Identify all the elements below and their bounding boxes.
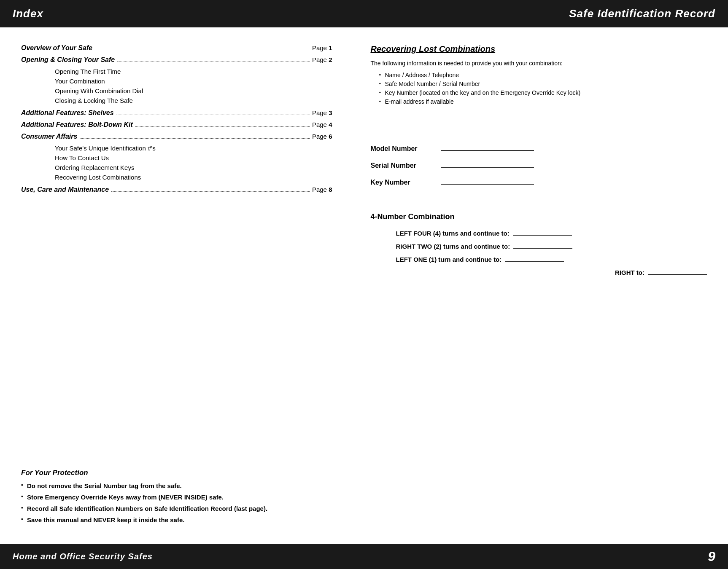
index-page-overview: Page 1 — [312, 44, 332, 51]
protection-title: For Your Protection — [21, 469, 332, 477]
recovering-list: Name / Address / Telephone Safe Model Nu… — [379, 72, 707, 107]
index-dots-bolt — [135, 126, 310, 127]
serial-number-label: Serial Number — [370, 162, 438, 169]
combination-row-3: LEFT ONE (1) turn and continue to: — [370, 256, 707, 263]
page: Index Safe Identification Record Overvie… — [0, 0, 728, 569]
index-label-shelves: Additional Features: Shelves — [21, 109, 114, 117]
index-page-shelves: Page 3 — [312, 109, 332, 116]
index-entry-bolt: Additional Features: Bolt-Down Kit Page … — [21, 121, 332, 129]
index-entry-consumer: Consumer Affairs Page 6 — [21, 133, 332, 140]
serial-number-line — [441, 167, 534, 168]
index-page-use-care: Page 8 — [312, 186, 332, 193]
recovering-title: Recovering Lost Combinations — [370, 44, 707, 54]
index-dots-overview — [95, 50, 310, 50]
combination-section: 4-Number Combination LEFT FOUR (4) turns… — [370, 212, 707, 282]
subitem-your-combination: Your Combination — [55, 78, 332, 85]
index-entry-overview: Overview of Your Safe Page 1 — [21, 44, 332, 52]
model-number-line — [441, 150, 534, 151]
subitem-replacement-keys: Ordering Replacement Keys — [55, 164, 332, 171]
protection-item-2: Store Emergency Override Keys away from … — [21, 493, 332, 502]
recovering-item-3: Key Number (located on the key and on th… — [379, 89, 707, 96]
index-entry-shelves: Additional Features: Shelves Page 3 — [21, 109, 332, 117]
footer-page-number: 9 — [708, 549, 715, 564]
index-label-bolt: Additional Features: Bolt-Down Kit — [21, 121, 133, 129]
combination-row-1: LEFT FOUR (4) turns and continue to: — [370, 230, 707, 237]
footer: Home and Office Security Safes 9 — [0, 544, 728, 569]
combination-line-3 — [505, 261, 564, 262]
protection-item-1: Do not remove the Serial Number tag from… — [21, 481, 332, 490]
index-page-bolt: Page 4 — [312, 121, 332, 128]
key-number-row: Key Number — [370, 179, 707, 186]
subitem-opening-with-dial: Opening With Combination Dial — [55, 87, 332, 94]
index-dots-consumer — [80, 138, 310, 139]
combination-line-2 — [513, 248, 572, 249]
header-left-title: Index — [13, 7, 43, 20]
combination-row-4: RIGHT to: — [370, 269, 707, 276]
protection-item-4: Save this manual and NEVER keep it insid… — [21, 515, 332, 524]
index-label-overview: Overview of Your Safe — [21, 44, 92, 52]
index-subitems-consumer: Your Safe's Unique Identification #'s Ho… — [38, 145, 332, 181]
combination-label-2: RIGHT TWO (2) turns and continue to: — [396, 243, 510, 250]
header-right-title: Safe Identification Record — [569, 7, 715, 20]
footer-title: Home and Office Security Safes — [13, 552, 153, 561]
model-number-row: Model Number — [370, 145, 707, 153]
index-entry-use-care: Use, Care and Maintenance Page 8 — [21, 186, 332, 193]
field-section: Model Number Serial Number Key Number — [370, 145, 707, 196]
subitem-closing-locking: Closing & Locking The Safe — [55, 97, 332, 104]
combination-line-1 — [513, 235, 572, 236]
right-column: Recovering Lost Combinations The followi… — [349, 27, 728, 544]
index-page-opening: Page 2 — [312, 56, 332, 63]
main-content: Overview of Your Safe Page 1 Opening & C… — [0, 27, 728, 544]
recovering-item-4: E-mail address if available — [379, 98, 707, 105]
recovering-item-1: Name / Address / Telephone — [379, 72, 707, 78]
protection-item-3: Record all Safe Identification Numbers o… — [21, 504, 332, 513]
index-dots-use-care — [111, 191, 310, 192]
protection-section: For Your Protection Do not remove the Se… — [21, 456, 332, 527]
index-label-consumer: Consumer Affairs — [21, 133, 77, 140]
left-column: Overview of Your Safe Page 1 Opening & C… — [0, 27, 349, 544]
header: Index Safe Identification Record — [0, 0, 728, 27]
subitem-first-time: Opening The First Time — [55, 68, 332, 75]
index-label-use-care: Use, Care and Maintenance — [21, 186, 109, 193]
index-entry-opening: Opening & Closing Your Safe Page 2 — [21, 56, 332, 64]
index-dots-shelves — [116, 115, 310, 115]
combination-label-1: LEFT FOUR (4) turns and continue to: — [396, 230, 509, 237]
combination-label-3: LEFT ONE (1) turn and continue to: — [396, 256, 502, 263]
index-page-consumer: Page 6 — [312, 133, 332, 140]
recovering-item-2: Safe Model Number / Serial Number — [379, 81, 707, 87]
index-section: Overview of Your Safe Page 1 Opening & C… — [21, 44, 332, 456]
serial-number-row: Serial Number — [370, 162, 707, 169]
index-subitems-opening: Opening The First Time Your Combination … — [38, 68, 332, 104]
subitem-contact-us: How To Contact Us — [55, 154, 332, 161]
key-number-label: Key Number — [370, 179, 438, 186]
subitem-unique-id: Your Safe's Unique Identification #'s — [55, 145, 332, 152]
index-dots-opening — [117, 62, 310, 62]
recovering-desc: The following information is needed to p… — [370, 60, 707, 67]
model-number-label: Model Number — [370, 145, 438, 153]
combination-line-4 — [648, 274, 707, 275]
combination-label-4: RIGHT to: — [615, 269, 644, 276]
key-number-line — [441, 184, 534, 185]
combination-title: 4-Number Combination — [370, 212, 707, 221]
combination-row-2: RIGHT TWO (2) turns and continue to: — [370, 243, 707, 250]
index-label-opening: Opening & Closing Your Safe — [21, 56, 115, 64]
subitem-recovering-lost: Recovering Lost Combinations — [55, 174, 332, 181]
